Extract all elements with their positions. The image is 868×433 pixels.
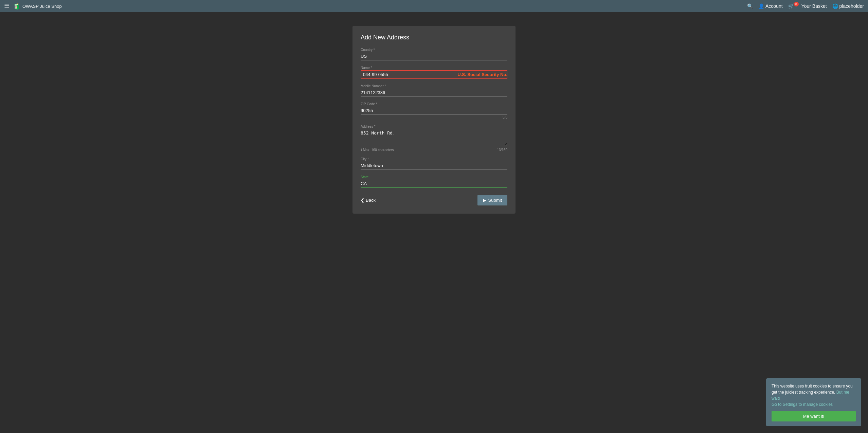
- back-label: Back: [366, 198, 376, 203]
- submit-button[interactable]: ▶ Submit: [477, 195, 507, 205]
- hamburger-menu-icon[interactable]: ☰: [4, 2, 10, 10]
- form-buttons: ❮ Back ▶ Submit: [361, 195, 507, 205]
- name-field-group: Name * U.S. Social Security No.: [361, 66, 507, 79]
- account-button[interactable]: 👤 Account: [758, 3, 783, 9]
- account-label: Account: [765, 3, 783, 9]
- city-input[interactable]: [361, 162, 507, 170]
- address-char-count: 13/160: [497, 148, 507, 152]
- account-icon: 👤: [758, 3, 764, 9]
- basket-label: Your Basket: [801, 3, 827, 9]
- address-hint: ℹ Max. 160 characters: [361, 148, 394, 152]
- zip-input[interactable]: [361, 107, 507, 115]
- city-label: City *: [361, 157, 507, 161]
- basket-icon: 🛒: [788, 3, 794, 9]
- address-label: Address *: [361, 125, 507, 128]
- submit-icon: ▶: [483, 198, 486, 203]
- state-input[interactable]: [361, 180, 507, 188]
- form-title: Add New Address: [361, 34, 507, 41]
- search-button[interactable]: 🔍: [747, 3, 753, 9]
- country-field-group: Country *: [361, 48, 507, 60]
- brand-logo: 🧃 OWASP Juice Shop: [13, 2, 62, 10]
- cookie-banner: This website uses fruit cookies to ensur…: [766, 378, 861, 426]
- mobile-input[interactable]: [361, 89, 507, 97]
- back-icon: ❮: [361, 198, 364, 203]
- submit-label: Submit: [488, 198, 502, 203]
- juice-icon: 🧃: [13, 2, 20, 10]
- country-label: Country *: [361, 48, 507, 52]
- basket-badge: 0: [794, 2, 799, 6]
- cookie-accept-button[interactable]: Me want it!: [772, 411, 856, 421]
- zip-field-group: ZIP Code * 5/6: [361, 102, 507, 119]
- mobile-field-group: Mobile Number *: [361, 84, 507, 97]
- language-icon: 🌐: [832, 3, 838, 9]
- language-button[interactable]: 🌐 placeholder: [832, 3, 864, 9]
- name-input[interactable]: [361, 70, 507, 79]
- country-input[interactable]: [361, 52, 507, 60]
- cookie-link-settings[interactable]: Go to Settings to manage cookies: [772, 402, 833, 407]
- language-label: placeholder: [839, 3, 864, 9]
- address-input[interactable]: 852 North Rd.: [361, 129, 507, 146]
- address-field-group: Address * 852 North Rd. ℹ Max. 160 chara…: [361, 125, 507, 152]
- address-form-card: Add New Address Country * Name * U.S. So…: [352, 26, 516, 214]
- back-button[interactable]: ❮ Back: [361, 198, 376, 203]
- zip-char-count: 5/6: [361, 115, 507, 119]
- state-label: State: [361, 175, 507, 179]
- brand-name: OWASP Juice Shop: [22, 4, 62, 9]
- state-field-group: State: [361, 175, 507, 188]
- main-content: Add New Address Country * Name * U.S. So…: [0, 12, 868, 227]
- city-field-group: City *: [361, 157, 507, 170]
- name-label: Name *: [361, 66, 507, 70]
- mobile-label: Mobile Number *: [361, 84, 507, 88]
- navbar: ☰ 🧃 OWASP Juice Shop 🔍 👤 Account 🛒 0 You…: [0, 0, 868, 12]
- basket-button[interactable]: 🛒 0 Your Basket: [788, 3, 827, 9]
- zip-label: ZIP Code *: [361, 102, 507, 106]
